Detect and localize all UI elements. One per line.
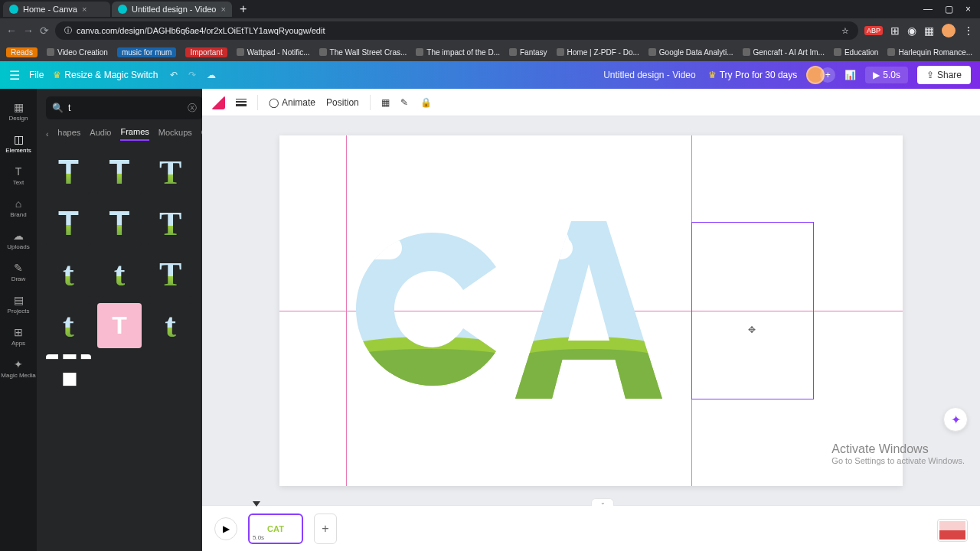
close-window-icon[interactable]: ×	[965, 4, 971, 15]
search-input[interactable]	[68, 103, 183, 113]
frame-thumbnail[interactable]: T	[97, 150, 142, 195]
file-menu[interactable]: File	[29, 70, 44, 80]
present-button[interactable]: ▶ 5.0s	[865, 67, 908, 83]
maximize-icon[interactable]: ▢	[945, 4, 953, 15]
analytics-icon[interactable]: 📊	[844, 70, 856, 80]
bookmark-item[interactable]: Harlequin Romance...	[887, 48, 972, 57]
page[interactable]: ✥	[279, 135, 903, 486]
floating-preview-thumb[interactable]	[937, 519, 968, 542]
share-button[interactable]: ⇪ Share	[917, 66, 971, 84]
try-pro-button[interactable]: ♛ Try Pro for 30 days	[708, 70, 798, 80]
frame-thumbnail[interactable]: T	[97, 303, 142, 348]
bookmark-item[interactable]: Education	[834, 48, 878, 57]
frame-thumbnail[interactable]: t	[46, 252, 91, 297]
bookmark-item[interactable]: Home | Z-PDF - Do...	[557, 48, 639, 57]
address-bar[interactable]: ⓘ canva.com/design/DAGHb6q6ae4/or2xLOiEt…	[55, 21, 858, 40]
rail-brand[interactable]: ⌂Brand	[0, 191, 37, 223]
crown-icon: ♛	[708, 70, 717, 80]
rail-icon: ▦	[14, 101, 24, 113]
assistant-button[interactable]: ✦	[943, 407, 968, 432]
rail-projects[interactable]: ▤Projects	[0, 288, 37, 320]
frame-thumbnail[interactable]: T	[46, 201, 91, 246]
category-tab-mockups[interactable]: Mockups	[158, 128, 192, 140]
favicon	[9, 5, 18, 14]
canvas-viewport[interactable]: ✥ ✦ Activate Windows Go to Settings to a…	[202, 116, 980, 505]
category-tab-frames[interactable]: Frames	[120, 127, 149, 141]
category-tab-hapes[interactable]: hapes	[57, 128, 80, 140]
browser-tab-strip: Home - Canva × Untitled design - Video ×…	[0, 0, 980, 18]
frame-thumbnail[interactable]: t	[46, 303, 91, 348]
border-color-picker[interactable]	[211, 96, 225, 109]
bookmark-item[interactable]: Gencraft - AI Art Im...	[743, 48, 825, 57]
bookmark-item[interactable]: The Wall Street Cras...	[319, 48, 407, 57]
bookmark-item[interactable]: music for mum	[117, 47, 177, 57]
undo-button[interactable]: ↶	[170, 70, 178, 80]
rail-magic-media[interactable]: ✦Magic Media	[0, 352, 37, 384]
bookmark-item[interactable]: Reads	[6, 47, 38, 57]
clear-search-icon[interactable]: ⓧ	[188, 102, 197, 115]
menu-icon[interactable]: ☰	[9, 68, 20, 83]
frame-thumbnail[interactable]: t	[97, 252, 142, 297]
cloud-sync-icon[interactable]: ☁	[207, 70, 216, 80]
add-page-button[interactable]: +	[314, 514, 337, 544]
copy-style-icon[interactable]: ✎	[400, 97, 408, 108]
frame-letter-c[interactable]	[345, 221, 513, 399]
page-thumbnail[interactable]: CAT 5.0s	[248, 514, 303, 544]
add-collaborator-button[interactable]: +	[820, 67, 835, 83]
browser-tab[interactable]: Home - Canva ×	[3, 2, 110, 17]
play-button[interactable]: ▶	[214, 517, 237, 540]
resize-magic-switch-button[interactable]: ♛ Resize & Magic Switch	[53, 70, 158, 80]
frame-thumbnail[interactable]: t	[148, 303, 193, 348]
close-tab-icon[interactable]: ×	[82, 5, 87, 14]
bookmark-star-icon[interactable]: ☆	[841, 26, 849, 36]
transparency-icon[interactable]: ▦	[381, 97, 390, 108]
rail-elements[interactable]: ◫Elements	[0, 127, 37, 159]
frame-thumbnail[interactable]: T	[148, 252, 193, 297]
playhead-marker[interactable]	[253, 501, 260, 507]
rail-design[interactable]: ▦Design	[0, 95, 37, 127]
category-tab-audio[interactable]: Audio	[90, 128, 111, 140]
minimize-icon[interactable]: —	[923, 4, 933, 15]
back-button[interactable]: ←	[6, 24, 17, 37]
rail-icon: ▤	[14, 294, 24, 306]
forward-button[interactable]: →	[23, 24, 34, 37]
favicon	[118, 5, 127, 14]
frame-thumbnail[interactable]: T	[148, 201, 193, 246]
rail-text[interactable]: TText	[0, 159, 37, 191]
animate-button[interactable]: ◯ Animate	[269, 97, 315, 108]
bookmark-item[interactable]: The impact of the D...	[416, 48, 500, 57]
workspace: ▦Design◫ElementsTText⌂Brand☁Uploads✎Draw…	[0, 89, 980, 551]
close-tab-icon[interactable]: ×	[220, 5, 225, 14]
profile-avatar[interactable]	[942, 24, 956, 37]
browser-tab[interactable]: Untitled design - Video ×	[112, 2, 232, 17]
site-info-icon[interactable]: ⓘ	[64, 25, 72, 36]
play-icon: ▶	[873, 70, 880, 80]
reload-button[interactable]: ⟳	[40, 24, 49, 37]
bookmark-item[interactable]: Google Data Analyti...	[648, 48, 733, 57]
bookmark-item[interactable]: Important	[185, 47, 227, 57]
frame-thumbnail[interactable]: T	[148, 150, 193, 195]
extensions-icon[interactable]: ⊞	[890, 24, 900, 37]
menu-icon[interactable]: ⋮	[963, 24, 974, 37]
rail-uploads[interactable]: ☁Uploads	[0, 223, 37, 256]
design-title[interactable]: Untitled design - Video	[603, 70, 696, 80]
scroll-left-icon[interactable]: ‹	[46, 130, 48, 139]
extension-icon[interactable]: ABP	[864, 26, 883, 35]
frame-thumbnail[interactable]: ▪▪▪ ▪ ▪	[46, 354, 91, 399]
lock-icon[interactable]: 🔒	[420, 97, 432, 108]
selected-frame-t[interactable]: ✥	[691, 222, 814, 399]
extension-icon[interactable]: ▦	[924, 24, 934, 37]
bookmark-item[interactable]: Video Creation	[47, 48, 108, 57]
frame-thumbnail[interactable]: T	[46, 150, 91, 195]
rail-apps[interactable]: ⊞Apps	[0, 320, 37, 352]
frame-thumbnail[interactable]: T	[97, 201, 142, 246]
bookmark-item[interactable]: Wattpad - Notific...	[237, 48, 310, 57]
rail-draw[interactable]: ✎Draw	[0, 256, 37, 288]
position-button[interactable]: Position	[326, 97, 359, 108]
new-tab-button[interactable]: +	[240, 2, 247, 16]
collapse-timeline-button[interactable]: ⌄	[591, 498, 614, 506]
redo-button[interactable]: ↷	[188, 70, 196, 80]
border-weight-picker[interactable]	[236, 99, 247, 106]
bookmark-item[interactable]: Fantasy	[509, 48, 547, 57]
extension-icon[interactable]: ◉	[907, 24, 916, 37]
